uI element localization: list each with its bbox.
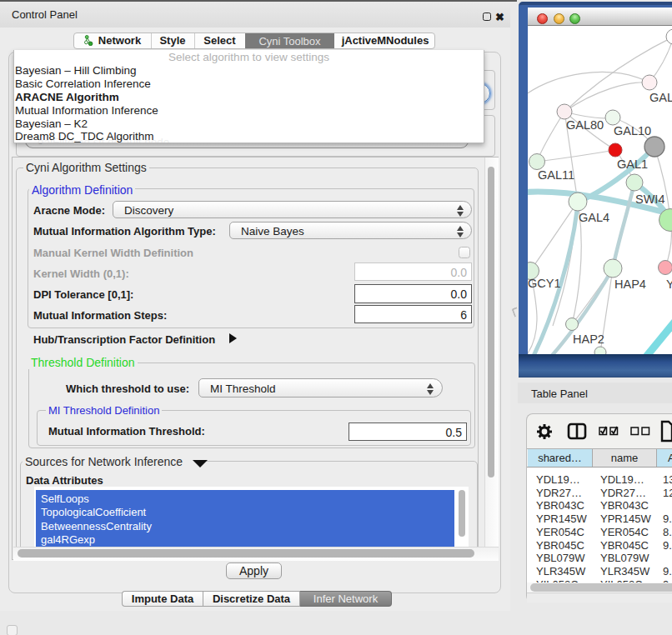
svg-text:GAL80: GAL80 — [566, 118, 604, 132]
svg-text:GAL10: GAL10 — [614, 124, 651, 138]
svg-text:HAP4: HAP4 — [614, 278, 646, 291]
svg-text:SWI4: SWI4 — [635, 192, 664, 206]
svg-text:GCY1: GCY1 — [528, 277, 561, 290]
svg-text:Y: Y — [666, 278, 672, 291]
svg-text:HAP2: HAP2 — [573, 332, 604, 346]
svg-text:GAL4: GAL4 — [579, 211, 609, 224]
svg-text:GAL1: GAL1 — [617, 158, 648, 171]
svg-text:GAL7: GAL7 — [649, 91, 672, 104]
svg-text:GAL11: GAL11 — [538, 168, 574, 182]
